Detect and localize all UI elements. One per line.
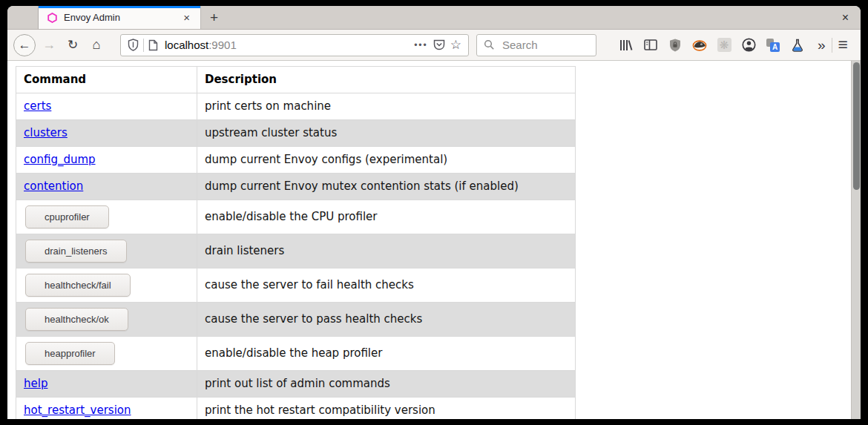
toolbar-divider — [832, 38, 832, 53]
search-input[interactable] — [501, 38, 589, 52]
header-command: Command — [16, 67, 197, 93]
tab-close-button[interactable]: × — [180, 10, 193, 24]
table-row: healthcheck/okcause the server to pass h… — [16, 303, 576, 337]
scrollbar-thumb[interactable] — [853, 62, 860, 190]
description-cell: enable/disable the heap profiler — [197, 337, 576, 371]
translate-extension-icon: A — [766, 39, 780, 52]
command-button[interactable]: healthcheck/ok — [25, 308, 128, 331]
description-cell: dump current Envoy mutex contention stat… — [197, 174, 576, 200]
page-actions-button[interactable]: ••• — [414, 40, 428, 50]
description-cell: drain listeners — [197, 234, 576, 268]
command-button[interactable]: drain_listeners — [25, 240, 127, 263]
page-content-area: Command Description certsprint certs on … — [7, 61, 861, 419]
command-button[interactable]: cpuprofiler — [25, 205, 109, 228]
table-header-row: Command Description — [16, 67, 576, 93]
tab-envoy-admin[interactable]: Envoy Admin × — [39, 6, 200, 29]
flower-extension-button[interactable]: ❋ — [717, 38, 731, 53]
flower-extension-icon: ❋ — [717, 38, 731, 52]
toolbar-extensions: ❋ A » — [619, 38, 826, 53]
account-icon — [742, 38, 756, 52]
pocket-save-icon[interactable] — [433, 39, 446, 51]
table-body: certsprint certs on machineclustersupstr… — [16, 93, 576, 420]
library-button[interactable] — [619, 38, 634, 53]
vertical-scrollbar[interactable] — [851, 61, 861, 419]
new-tab-button[interactable]: + — [200, 6, 227, 29]
possum-extension-button[interactable] — [692, 38, 707, 53]
header-description: Description — [197, 67, 576, 93]
table-row: contentiondump current Envoy mutex conte… — [16, 174, 576, 200]
possum-extension-icon — [692, 39, 707, 51]
app-menu-button[interactable]: ≡ — [838, 36, 848, 53]
description-cell: dump current Envoy configs (experimental… — [197, 147, 576, 174]
command-cell: config_dump — [16, 147, 197, 174]
command-link[interactable]: hot_restart_version — [24, 403, 131, 417]
command-button[interactable]: healthcheck/fail — [25, 274, 131, 297]
command-cell: heapprofiler — [16, 337, 197, 371]
table-row: cpuprofilerenable/disable the CPU profil… — [16, 200, 576, 234]
forward-button[interactable]: → — [37, 33, 61, 57]
description-cell: print certs on machine — [197, 93, 576, 120]
command-link[interactable]: config_dump — [24, 153, 96, 166]
window-close-button[interactable]: × — [842, 12, 849, 24]
description-cell: cause the server to fail health checks — [197, 268, 576, 303]
url-port: :9901 — [208, 39, 237, 51]
table-row: certsprint certs on machine — [16, 93, 576, 120]
active-tab-accent — [39, 6, 200, 8]
command-link[interactable]: clusters — [24, 126, 68, 139]
tracking-protection-shield-icon[interactable] — [128, 39, 139, 51]
command-cell: help — [16, 371, 197, 398]
browser-window: Envoy Admin × + × ← → ↻ ⌂ localhost:9901… — [7, 6, 861, 419]
command-link[interactable]: help — [24, 377, 47, 390]
sidebar-button[interactable] — [643, 38, 658, 53]
command-cell: contention — [16, 174, 197, 200]
url-bar-divider — [143, 39, 144, 52]
command-cell: clusters — [16, 120, 197, 147]
titlebar-drag-spacer — [7, 6, 39, 29]
back-button[interactable]: ← — [13, 34, 36, 56]
bookmark-star-icon[interactable]: ☆ — [450, 39, 461, 51]
description-cell: print out list of admin commands — [197, 371, 576, 398]
description-cell: cause the server to pass health checks — [197, 303, 576, 337]
command-cell: healthcheck/ok — [16, 303, 197, 337]
library-icon — [619, 39, 633, 51]
home-button[interactable]: ⌂ — [85, 33, 108, 57]
sidebar-icon — [644, 39, 657, 50]
description-cell: enable/disable the CPU profiler — [197, 200, 576, 234]
command-button[interactable]: heapprofiler — [25, 342, 115, 365]
url-bar[interactable]: localhost:9901 ••• ☆ — [120, 34, 469, 56]
command-cell: healthcheck/fail — [16, 268, 197, 303]
screenshot-root: { "colors": { "tab_accent_blue": "#0a84f… — [0, 0, 868, 425]
overflow-menu-button[interactable]: » — [818, 38, 826, 52]
url-host: localhost — [165, 39, 208, 51]
command-link[interactable]: certs — [24, 99, 51, 113]
url-text[interactable]: localhost:9901 — [165, 39, 410, 51]
account-button[interactable] — [741, 38, 756, 53]
shield-lock-extension-button[interactable] — [668, 38, 683, 53]
reload-button[interactable]: ↻ — [61, 33, 85, 57]
table-row: hot_restart_versionprint the hot restart… — [16, 398, 576, 420]
description-cell: upstream cluster status — [197, 120, 576, 147]
command-cell: certs — [16, 93, 197, 120]
command-cell: cpuprofiler — [16, 200, 197, 234]
table-row: heapprofilerenable/disable the heap prof… — [16, 337, 576, 371]
tab-bar: Envoy Admin × + × — [7, 6, 861, 30]
description-cell: print the hot restart compatibility vers… — [197, 398, 576, 420]
command-link[interactable]: contention — [24, 179, 83, 193]
search-bar[interactable] — [476, 34, 596, 56]
translate-extension-button[interactable]: A — [766, 38, 780, 53]
table-row: clustersupstream cluster status — [16, 120, 576, 147]
search-icon — [484, 39, 495, 50]
command-cell: drain_listeners — [16, 234, 197, 268]
admin-command-table: Command Description certsprint certs on … — [16, 66, 576, 419]
envoy-logo-favicon-icon — [47, 13, 57, 23]
table-row: helpprint out list of admin commands — [16, 371, 576, 398]
flask-extension-icon — [792, 39, 803, 52]
flask-extension-button[interactable] — [790, 38, 805, 53]
table-row: config_dumpdump current Envoy configs (e… — [16, 147, 576, 174]
shield-lock-icon — [669, 39, 681, 52]
page-info-icon[interactable] — [148, 39, 158, 51]
command-cell: hot_restart_version — [16, 398, 197, 420]
tab-title: Envoy Admin — [64, 12, 180, 23]
table-row: drain_listenersdrain listeners — [16, 234, 576, 268]
table-row: healthcheck/failcause the server to fail… — [16, 268, 576, 303]
